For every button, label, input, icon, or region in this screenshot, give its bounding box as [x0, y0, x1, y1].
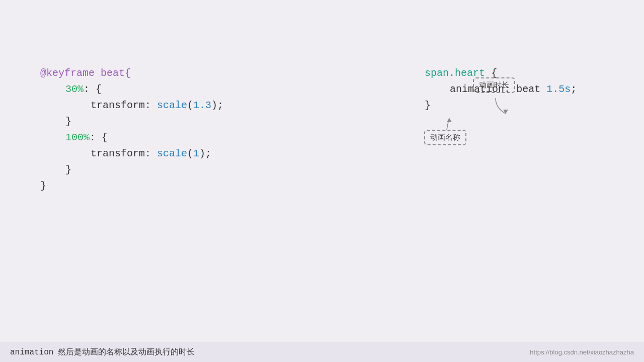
annotation-mingcheng: 动画名称 [424, 130, 466, 145]
percent-100: 100% [65, 132, 90, 143]
keyframe-keyword: @keyframe beat{ [40, 67, 131, 79]
keyframe-code-block: @keyframe beat{ 30%: { transform: scale(… [40, 65, 223, 194]
bottom-bar: animation 然后是动画的名称以及动画执行的时长 https://blog… [0, 342, 644, 362]
transform-1: transform: [91, 100, 157, 111]
bottom-description: animation 然后是动画的名称以及动画执行的时长 [10, 347, 195, 357]
bottom-description-text: 然后是动画的名称以及动画执行的时长 [56, 347, 195, 356]
transform-2: transform: [91, 148, 157, 159]
bottom-mono-keyword: animation [10, 348, 53, 357]
annotation-shichang: 动画时长 [473, 77, 515, 93]
percent-30: 30% [65, 83, 84, 95]
bottom-url: https://blog.csdn.net/xiaozhazhazha [530, 348, 634, 356]
